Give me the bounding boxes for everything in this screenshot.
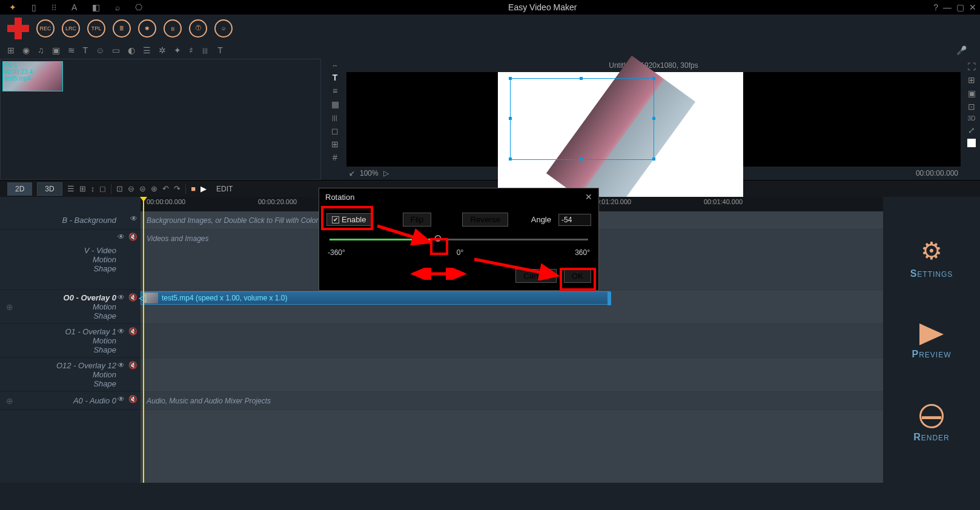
tab-2d[interactable]: 2D [7,182,32,196]
mute-icon[interactable]: 🔇 [128,361,137,369]
record-button[interactable]: REC [36,19,55,38]
resize-handle-icon[interactable]: ↔ [332,62,339,69]
chart-icon[interactable]: ⫼ [331,113,339,122]
edit-label[interactable]: EDIT [216,185,233,193]
track-row-overlay0[interactable]: ◁ test5.mp4 (speed x 1.00, volume x 1.0) [141,290,883,324]
audio-button[interactable]: ⫼ [164,19,182,38]
lrc-button[interactable]: LRC [62,19,80,38]
select-icon[interactable]: ◻ [99,184,106,193]
slider-thumb[interactable] [435,235,442,242]
shirt-icon[interactable]: ⎔ [135,2,142,12]
mute-icon[interactable]: 🔇 [128,293,137,302]
bookmark-icon[interactable]: ▯ [31,2,36,12]
track-label-overlay0[interactable]: ⊕ O0 - Overlay 0 Motion Shape 👁🔇 [0,290,141,324]
play-icon[interactable]: ▶ [200,184,207,193]
fit-icon[interactable]: ▣ [968,88,976,98]
track-label-background[interactable]: B - Background 👁 [0,211,141,230]
zoom-out-icon[interactable]: ⊖ [128,184,134,193]
mute-icon[interactable]: 🔇 [128,327,137,336]
maximize-button[interactable]: ▢ [956,2,964,12]
track-row-overlay12[interactable] [141,358,883,392]
render-button[interactable]: ▬▬ RENDER [913,404,950,443]
angle-input[interactable] [558,214,591,226]
rotation-slider[interactable] [329,239,588,240]
eye-icon[interactable]: 👁 [118,293,125,302]
search-icon[interactable]: ⌕ [115,2,120,12]
preview-button[interactable]: PREVIEW [912,323,951,360]
playhead[interactable] [143,197,144,483]
folder-icon[interactable]: ⊞ [7,45,15,55]
list-button[interactable]: ≣ [113,19,131,38]
eye-icon[interactable]: 👁 [118,361,125,369]
add-track-icon[interactable]: ⊕ [6,396,13,406]
preview-canvas[interactable] [346,72,961,167]
play-preview-icon[interactable]: ▷ [383,169,389,177]
mute-icon[interactable]: 🔇 [128,233,137,241]
frame-icon[interactable]: ⊡ [968,102,975,111]
tune-icon[interactable]: ♯ [189,45,193,55]
text-tool-icon[interactable]: T [333,73,338,82]
3d-icon[interactable]: 3D [968,115,976,122]
menu-icon[interactable]: ☰ [143,45,151,55]
selection-box[interactable] [510,78,654,160]
track-label-overlay12[interactable]: O12 - Overlay 12 Motion Shape 👁🔇 [0,358,141,392]
screen-icon[interactable]: ▣ [52,45,60,55]
settings-button[interactable]: ⚙ SETTINGS [910,237,953,279]
undo-icon[interactable]: ↶ [162,184,169,193]
fullscreen-icon[interactable]: ⤢ [968,125,975,135]
minimize-button[interactable]: — [943,2,952,12]
effects-button[interactable]: ✱ [138,19,156,38]
emoji-icon[interactable]: ☺ [96,45,104,55]
hash-icon[interactable]: # [333,153,337,162]
track-row-overlay1[interactable] [141,324,883,358]
split-icon[interactable]: ◧ [92,2,100,12]
close-button[interactable]: ✕ [969,2,976,12]
compass-icon[interactable]: A [71,2,77,12]
timeline-clip[interactable]: ◁ test5.mp4 (speed x 1.00, volume x 1.0) [141,291,611,305]
dialog-titlebar[interactable]: Rotation ✕ [319,188,598,205]
color-swatch[interactable] [967,139,976,147]
puzzle-icon[interactable]: ✦ [174,45,181,55]
zoom-level[interactable]: 100% [360,169,379,177]
media-bin[interactable]: O0:1 00:01:23.4 test5.mp4 [0,59,321,180]
eye-icon[interactable]: 👁 [130,214,137,223]
battery-icon[interactable]: ▭ [112,45,120,55]
track-row-audio0[interactable]: Audio, Music and Audio Mixer Projects [141,392,883,410]
tab-3d[interactable]: 3D [37,182,62,196]
stop-icon[interactable]: ■ [191,184,196,193]
table-icon[interactable]: ▦ [331,99,339,109]
text-icon[interactable]: T [83,45,88,55]
profile-button[interactable]: ☺ [214,19,233,38]
redo-icon[interactable]: ↷ [174,184,180,193]
media-clip[interactable]: O0:1 00:01:23.4 test5.mp4 [2,61,63,91]
snap-icon[interactable]: ⊡ [116,184,123,193]
eye-icon[interactable]: 👁 [118,395,125,403]
template-button[interactable]: TPL [87,19,105,38]
expand-icon[interactable]: ⛶ [967,62,976,71]
sort-icon[interactable]: ↕ [91,184,95,193]
text-style-button[interactable]: Ⓣ [189,19,207,38]
eye-icon[interactable]: 👁 [118,233,125,241]
center-icon[interactable]: ⊞ [968,75,975,85]
help-button[interactable]: ? [933,2,938,12]
eye-icon[interactable]: 👁 [118,327,125,336]
grid-view-icon[interactable]: ⊞ [79,184,86,193]
list-view-icon[interactable]: ☰ [67,184,74,193]
flower-icon[interactable]: ✲ [159,45,166,55]
music-icon[interactable]: ♫ [38,45,44,55]
mute-icon[interactable]: 🔇 [128,395,137,403]
equalizer-icon[interactable]: ⫼ [201,45,210,55]
reverse-button[interactable]: Reverse [462,213,508,227]
zoom-in-icon[interactable]: ⊕ [151,184,157,193]
collapse-icon[interactable]: ↙ [349,169,355,177]
bold-text-icon[interactable]: T [217,45,223,55]
ok-button[interactable]: OK [564,269,591,283]
crop-icon[interactable]: ◻ [331,126,339,136]
zoom-fit-icon[interactable]: ⊜ [139,184,146,193]
track-label-audio0[interactable]: ⊕ A0 - Audio 0 👁🔇 [0,392,141,410]
add-button[interactable] [7,18,29,39]
grid-icon[interactable]: ⊞ [331,139,339,149]
enable-checkbox[interactable]: ✔ Enable [326,213,371,226]
align-icon[interactable]: ≡ [333,86,337,96]
camera-icon[interactable]: ◉ [22,45,30,55]
